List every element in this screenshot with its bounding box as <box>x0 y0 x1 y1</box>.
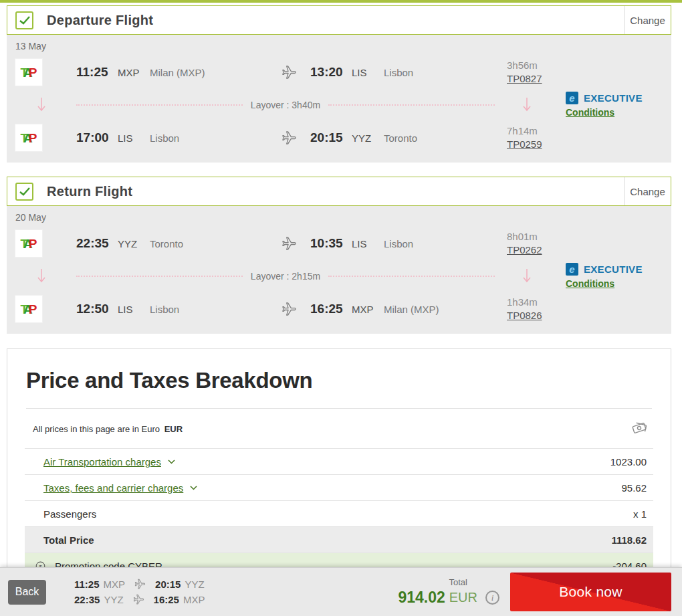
arrival-city: Milan (MXP) <box>384 304 495 315</box>
plane-icon <box>267 236 310 251</box>
flight-number-link[interactable]: TP0262 <box>507 244 542 255</box>
tap-airline-logo: TAP <box>15 124 43 152</box>
summary-outbound: 11:25 MXP 20:15 YYZ <box>74 577 205 592</box>
departure-time: 12:50 <box>76 302 118 316</box>
total-price-row: Total Price 1118.62 <box>25 526 653 552</box>
conditions-link[interactable]: Conditions <box>566 278 614 289</box>
departure-section-header: Departure Flight Change <box>7 5 671 35</box>
return-flight-section: Return Flight Change 20 May TAP 22:35 YY… <box>0 177 682 334</box>
total-currency: EUR <box>449 590 477 605</box>
departure-time: 11:25 <box>76 65 118 80</box>
layover-dashed-line <box>328 104 495 106</box>
back-button[interactable]: Back <box>8 580 46 605</box>
arrival-airport-code: YYZ <box>352 132 384 144</box>
departure-airport-code: MXP <box>118 67 150 78</box>
departure-airport-code: YYZ <box>118 238 150 249</box>
passengers-value: x 1 <box>633 508 647 520</box>
banknotes-icon <box>629 418 649 440</box>
return-section-header: Return Flight Change <box>7 177 671 206</box>
departure-time: 22:35 <box>76 236 118 251</box>
air-charges-link[interactable]: Air Transportation charges <box>43 456 175 468</box>
departure-airport-code: LIS <box>118 304 150 315</box>
plane-icon <box>134 579 146 590</box>
down-arrow-icon <box>7 97 76 113</box>
page-top-accent-line <box>0 0 682 3</box>
taxes-value: 95.62 <box>621 482 647 494</box>
passengers-row: Passengers x 1 <box>25 500 653 526</box>
departure-city: Milan (MXP) <box>150 67 267 78</box>
departure-city: Lisbon <box>150 304 267 315</box>
return-change-button[interactable]: Change <box>624 177 671 205</box>
return-selected-checkbox[interactable] <box>15 183 33 201</box>
layover-dashed-line <box>76 104 243 106</box>
plane-icon <box>267 130 310 146</box>
chevron-down-icon <box>190 486 197 490</box>
departure-airport-code: LIS <box>118 132 150 144</box>
cabin-class-label: EXECUTIVE <box>584 264 643 275</box>
conditions-link[interactable]: Conditions <box>566 107 614 118</box>
layover-dashed-line <box>328 276 495 277</box>
total-price-label: Total Price <box>43 534 94 546</box>
arrival-city: Toronto <box>384 132 495 144</box>
executive-class-icon: e <box>566 92 578 104</box>
departure-city: Toronto <box>150 238 267 249</box>
departure-selected-checkbox[interactable] <box>15 11 33 29</box>
tap-airline-logo: TAP <box>15 229 43 258</box>
departure-segment-2: TAP 17:00 LIS Lisbon 20:15 YYZ Toronto 7… <box>7 118 671 157</box>
down-arrow-icon <box>495 268 559 284</box>
taxes-link[interactable]: Taxes, fees and carrier charges <box>43 482 197 494</box>
passengers-label: Passengers <box>43 508 96 520</box>
tap-airline-logo: TAP <box>15 295 43 323</box>
flight-duration: 8h01m <box>507 230 559 243</box>
arrival-time: 20:15 <box>310 130 352 145</box>
footer-total: Total 914.02 EUR i <box>398 577 499 607</box>
cabin-class-label: EXECUTIVE <box>584 92 643 104</box>
flight-duration: 7h14m <box>507 124 559 138</box>
checkmark-icon <box>19 187 30 196</box>
departure-flight-details: 13 May TAP 11:25 MXP Milan (MXP) 13:20 L… <box>7 35 671 163</box>
return-flight-details: 20 May TAP 22:35 YYZ Toronto 10:35 LIS L… <box>7 206 671 334</box>
down-arrow-icon <box>7 268 76 284</box>
info-icon[interactable]: i <box>485 591 499 605</box>
departure-segment-1: TAP 11:25 MXP Milan (MXP) 13:20 LIS Lisb… <box>7 53 671 92</box>
departure-city: Lisbon <box>150 132 267 144</box>
summary-return: 22:35 YYZ 16:25 MXP <box>74 592 205 607</box>
executive-class-icon: e <box>566 263 578 276</box>
air-charges-value: 1023.00 <box>610 456 647 468</box>
departure-date: 13 May <box>7 35 671 53</box>
total-amount: 914.02 <box>398 589 445 607</box>
down-arrow-icon <box>495 97 559 113</box>
return-layover-row: Layover : 2h15m e EXECUTIVE Conditions <box>7 263 671 290</box>
plane-icon <box>133 594 144 605</box>
flight-number-link[interactable]: TP0827 <box>507 73 542 84</box>
arrival-time: 13:20 <box>310 65 352 80</box>
booking-footer-bar: Back 11:25 MXP 20:15 YYZ 22:35 YYZ 16:25… <box>0 567 682 616</box>
plane-icon <box>267 65 310 80</box>
book-now-button[interactable]: Book now <box>510 573 671 611</box>
departure-change-button[interactable]: Change <box>624 6 671 34</box>
layover-dashed-line <box>76 276 243 277</box>
flight-duration: 3h56m <box>507 59 559 72</box>
currency-note: All prices in this page are in Euro EUR <box>33 424 183 434</box>
taxes-row: Taxes, fees and carrier charges 95.62 <box>25 474 653 500</box>
departure-time: 17:00 <box>76 130 118 145</box>
tap-airline-logo: TAP <box>15 58 43 86</box>
arrival-airport-code: MXP <box>352 304 384 315</box>
chevron-down-icon <box>168 459 175 464</box>
checkmark-icon <box>19 16 30 25</box>
arrival-city: Lisbon <box>384 238 495 249</box>
flight-duration: 1h34m <box>507 296 559 309</box>
arrival-airport-code: LIS <box>352 238 384 249</box>
total-price-value: 1118.62 <box>611 534 647 546</box>
air-charges-row: Air Transportation charges 1023.00 <box>25 448 653 474</box>
currency-code: EUR <box>164 424 183 434</box>
return-date: 20 May <box>7 206 671 224</box>
return-section-title: Return Flight <box>47 184 132 199</box>
arrival-airport-code: LIS <box>352 67 384 78</box>
departure-flight-section: Departure Flight Change 13 May TAP 11:25… <box>0 5 682 163</box>
arrival-city: Lisbon <box>384 67 495 78</box>
flight-number-link[interactable]: TP0259 <box>507 138 542 150</box>
flight-number-link[interactable]: TP0826 <box>507 310 542 321</box>
departure-section-title: Departure Flight <box>47 13 153 28</box>
layover-duration: Layover : 3h40m <box>243 100 328 110</box>
